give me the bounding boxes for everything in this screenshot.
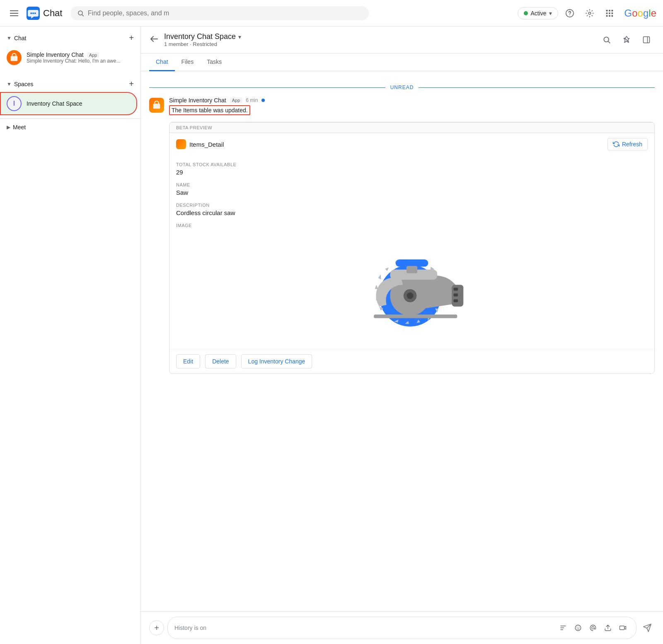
- chat-section: ▼ Chat + Simple Inventory Chat App: [0, 27, 140, 73]
- spaces-add-icon[interactable]: +: [129, 79, 134, 89]
- spaces-section-title: ▼ Spaces: [7, 81, 34, 87]
- sidebar-item-name: Simple Inventory Chat App: [27, 51, 131, 58]
- emoji-icon[interactable]: [571, 621, 585, 634]
- apps-icon[interactable]: [601, 5, 618, 22]
- active-status-badge[interactable]: Active ▾: [518, 7, 558, 19]
- main-layout: ▼ Chat + Simple Inventory Chat App: [0, 27, 663, 644]
- input-add-button[interactable]: +: [149, 620, 164, 635]
- delete-button[interactable]: Delete: [205, 354, 236, 368]
- chat-section-header[interactable]: ▼ Chat +: [0, 30, 140, 46]
- spaces-section-label: Spaces: [14, 81, 34, 87]
- chat-logo-icon: [27, 7, 40, 20]
- app-badge: App: [87, 52, 99, 58]
- input-placeholder: History is on: [174, 625, 206, 631]
- help-icon[interactable]: [561, 5, 578, 22]
- space-avatar: I: [7, 96, 22, 111]
- active-dot: [524, 11, 528, 15]
- meet-title: Meet: [13, 124, 26, 131]
- chat-header-info: Inventory Chat Space ▾ 1 member · Restri…: [164, 32, 593, 47]
- chat-area: Inventory Chat Space ▾ 1 member · Restri…: [141, 27, 663, 644]
- refresh-button[interactable]: Refresh: [607, 138, 648, 150]
- send-button[interactable]: [640, 620, 655, 635]
- log-inventory-change-button[interactable]: Log Inventory Change: [241, 354, 312, 368]
- card-image-area: [176, 235, 648, 342]
- svg-marker-45: [385, 267, 389, 271]
- message-text: The Items table was updated.: [169, 105, 250, 115]
- svg-point-28: [407, 293, 414, 299]
- card-field-stock: TOTAL STOCK AVAILABLE 29: [176, 162, 648, 176]
- svg-point-19: [604, 37, 609, 42]
- unread-line-left: [149, 87, 385, 88]
- svg-line-20: [608, 41, 610, 44]
- chat-input-area: + History is on: [141, 611, 663, 644]
- message-content: Simple Inventory Chat App 6 min The Item…: [169, 97, 655, 374]
- meet-section-header[interactable]: ▶ Meet: [7, 124, 134, 131]
- app-title: Chat: [43, 8, 62, 19]
- menu-icon[interactable]: [7, 7, 22, 19]
- chat-title-chevron[interactable]: ▾: [238, 34, 241, 40]
- sidebar-item-simple-inventory[interactable]: Simple Inventory Chat App Simple Invento…: [0, 46, 137, 69]
- search-bar[interactable]: [70, 6, 369, 20]
- chat-tabs: Chat Files Tasks: [141, 53, 663, 71]
- tab-tasks[interactable]: Tasks: [200, 53, 228, 71]
- svg-rect-10: [609, 10, 610, 11]
- refresh-label: Refresh: [622, 141, 642, 148]
- chat-input-box[interactable]: History is on: [167, 617, 636, 639]
- card-body: TOTAL STOCK AVAILABLE 29 NAME Saw DESCRI…: [169, 155, 654, 349]
- card-field-label-description: DESCRIPTION: [176, 203, 648, 208]
- chat-add-icon[interactable]: +: [129, 33, 134, 43]
- chat-search-icon[interactable]: [598, 31, 615, 48]
- svg-rect-11: [611, 10, 613, 11]
- spaces-section-header[interactable]: ▼ Spaces +: [0, 76, 140, 92]
- svg-point-8: [588, 12, 591, 15]
- spaces-section: ▼ Spaces + I Inventory Chat Space: [0, 73, 140, 119]
- chat-section-title: ▼ Chat: [7, 35, 26, 41]
- card-header: Items_Detail Refresh: [169, 133, 654, 155]
- back-button[interactable]: [149, 34, 159, 46]
- message-meta: Simple Inventory Chat App 6 min: [169, 97, 655, 104]
- svg-point-55: [575, 625, 581, 631]
- saw-image: [354, 243, 470, 334]
- video-icon[interactable]: [616, 621, 629, 634]
- sidebar-item-content: Simple Inventory Chat App Simple Invento…: [27, 51, 131, 64]
- card-actions: Edit Delete Log Inventory Change: [169, 349, 654, 373]
- pin-icon[interactable]: [618, 31, 635, 48]
- svg-point-2: [32, 12, 34, 14]
- svg-rect-52: [454, 288, 458, 291]
- tab-files[interactable]: Files: [175, 53, 201, 71]
- card-field-label-stock: TOTAL STOCK AVAILABLE: [176, 162, 648, 167]
- message-row: Simple Inventory Chat App 6 min The Item…: [149, 97, 655, 374]
- svg-rect-48: [396, 259, 428, 267]
- unread-dot: [261, 99, 265, 102]
- search-icon: [77, 10, 84, 17]
- format-text-icon[interactable]: [557, 621, 570, 634]
- card-field-value-stock: 29: [176, 169, 648, 176]
- beta-preview-bar: BETA PREVIEW: [169, 122, 654, 133]
- svg-rect-14: [611, 12, 613, 14]
- svg-point-57: [578, 627, 579, 628]
- svg-line-5: [82, 15, 84, 16]
- search-input[interactable]: [88, 10, 363, 17]
- mention-icon[interactable]: [586, 621, 600, 634]
- card-header-left: Items_Detail: [176, 139, 224, 149]
- upload-icon[interactable]: [601, 621, 615, 634]
- svg-rect-9: [606, 10, 607, 11]
- svg-rect-12: [606, 12, 607, 14]
- sidebar-item-inventory-space[interactable]: I Inventory Chat Space: [0, 92, 137, 115]
- card-field-name: NAME Saw: [176, 182, 648, 196]
- card-title: Items_Detail: [189, 141, 224, 148]
- message-app-tag: App: [230, 97, 243, 103]
- sidebar: ▼ Chat + Simple Inventory Chat App: [0, 27, 141, 644]
- chat-subtitle: 1 member · Restricted: [164, 41, 593, 47]
- sidebar-item-avatar: [7, 50, 22, 65]
- card-field-label-name: NAME: [176, 182, 648, 187]
- header-actions: [598, 31, 655, 48]
- settings-icon[interactable]: [581, 5, 598, 22]
- unread-line-right: [419, 87, 655, 88]
- edit-button[interactable]: Edit: [176, 354, 200, 368]
- tab-chat[interactable]: Chat: [149, 53, 175, 71]
- google-logo: Google: [624, 7, 656, 19]
- top-navigation: Chat Active ▾: [0, 0, 663, 27]
- svg-rect-49: [407, 266, 417, 274]
- chat-panel-icon[interactable]: [638, 31, 655, 48]
